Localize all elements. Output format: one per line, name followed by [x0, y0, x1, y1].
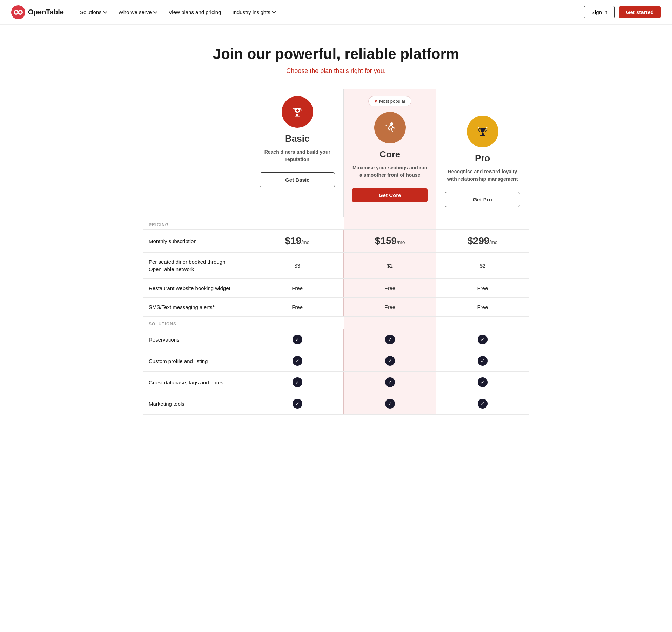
logo-icon — [11, 5, 25, 19]
section-header-row: SOLUTIONS — [143, 317, 529, 329]
nav-plans-pricing[interactable]: View plans and pricing — [164, 6, 226, 18]
core-plan-icon — [374, 112, 406, 143]
price-cell: $159/mo — [344, 230, 436, 253]
check-cell: ✓ — [251, 393, 344, 415]
value-cell: Free — [344, 298, 436, 317]
pro-plan-header: Pro Recognise and reward loyalty with re… — [436, 89, 529, 218]
core-plan-header: ♥ Most popular — [344, 89, 436, 218]
svg-point-14 — [390, 122, 393, 125]
nav-solutions[interactable]: Solutions — [75, 6, 112, 18]
check-icon: ✓ — [478, 377, 488, 387]
row-label: SMS/Text messaging alerts* — [143, 298, 251, 317]
check-cell: ✓ — [344, 350, 436, 372]
label-header-cell — [143, 89, 251, 218]
section-pro-cell — [436, 317, 529, 329]
pricing-tbody: PRICING Monthly subscription $19/mo $159… — [143, 217, 529, 415]
pro-spacer — [445, 96, 520, 110]
check-cell: ✓ — [436, 393, 529, 415]
check-cell: ✓ — [436, 350, 529, 372]
value-cell: Free — [251, 298, 344, 317]
check-icon: ✓ — [385, 399, 395, 409]
table-row: Custom profile and listing ✓ ✓ ✓ — [143, 350, 529, 372]
core-plan-name: Core — [352, 149, 428, 160]
check-icon: ✓ — [478, 335, 488, 344]
pro-icon-svg — [473, 122, 492, 141]
table-row: Guest database, tags and notes ✓ ✓ ✓ — [143, 372, 529, 393]
nav-industry-insights[interactable]: Industry insights — [227, 6, 281, 18]
check-cell: ✓ — [344, 329, 436, 350]
section-basic-cell — [251, 317, 344, 329]
check-icon: ✓ — [385, 377, 395, 387]
price-cell: $299/mo — [436, 230, 529, 253]
section-core-cell — [344, 317, 436, 329]
get-basic-button[interactable]: Get Basic — [260, 172, 335, 187]
hero-title: Join our powerful, reliable platform — [11, 46, 661, 62]
check-icon: ✓ — [385, 335, 395, 344]
value-cell: Free — [251, 279, 344, 298]
get-pro-button[interactable]: Get Pro — [445, 192, 520, 207]
pricing-section: Basic Reach diners and build your reputa… — [136, 89, 536, 436]
check-cell: ✓ — [344, 372, 436, 393]
section-label: SOLUTIONS — [143, 317, 251, 329]
chevron-down-icon — [103, 10, 107, 14]
basic-icon-svg — [288, 102, 307, 121]
value-cell: $2 — [344, 253, 436, 279]
section-header-row: PRICING — [143, 217, 529, 230]
svg-point-11 — [301, 110, 302, 111]
svg-point-22 — [486, 127, 487, 128]
most-popular-badge: ♥ Most popular — [368, 96, 411, 106]
table-row: SMS/Text messaging alerts* Free Free Fre… — [143, 298, 529, 317]
table-row: Marketing tools ✓ ✓ ✓ — [143, 393, 529, 415]
basic-plan-desc: Reach diners and build your reputation — [260, 148, 335, 165]
check-cell: ✓ — [251, 350, 344, 372]
section-core-cell — [344, 217, 436, 230]
basic-plan-name: Basic — [260, 133, 335, 144]
svg-point-23 — [486, 129, 487, 130]
pro-plan-desc: Recognise and reward loyalty with relati… — [445, 168, 520, 185]
price-cell: $19/mo — [251, 230, 344, 253]
row-label: Guest database, tags and notes — [143, 372, 251, 393]
row-label: Reservations — [143, 329, 251, 350]
logo-link[interactable]: OpenTable — [11, 5, 64, 19]
svg-point-17 — [387, 130, 387, 130]
section-pro-cell — [436, 217, 529, 230]
get-core-button[interactable]: Get Core — [352, 188, 428, 202]
check-icon: ✓ — [293, 377, 302, 387]
pro-plan-icon — [467, 116, 498, 147]
chevron-down-icon — [153, 10, 157, 14]
svg-point-3 — [15, 11, 18, 13]
check-cell: ✓ — [251, 329, 344, 350]
core-icon-svg — [381, 118, 399, 137]
table-row: Per seated diner booked through OpenTabl… — [143, 253, 529, 279]
check-icon: ✓ — [293, 335, 302, 344]
signin-button[interactable]: Sign in — [584, 6, 615, 18]
hero-subtitle: Choose the plan that's right for you. — [11, 67, 661, 75]
nav-who-we-serve[interactable]: Who we serve — [114, 6, 162, 18]
section-label: PRICING — [143, 217, 251, 230]
navbar: OpenTable Solutions Who we serve View pl… — [0, 0, 672, 25]
hero-section: Join our powerful, reliable platform Cho… — [0, 25, 672, 89]
pro-plan-name: Pro — [445, 153, 520, 164]
table-row: Reservations ✓ ✓ ✓ — [143, 329, 529, 350]
chevron-down-icon — [272, 10, 276, 14]
check-icon: ✓ — [385, 356, 395, 366]
check-cell: ✓ — [251, 372, 344, 393]
svg-point-15 — [385, 125, 387, 126]
getstarted-button[interactable]: Get started — [619, 6, 661, 18]
check-icon: ✓ — [478, 399, 488, 409]
svg-point-13 — [381, 118, 399, 137]
row-label: Restaurant website booking widget — [143, 279, 251, 298]
row-label: Custom profile and listing — [143, 350, 251, 372]
table-row: Restaurant website booking widget Free F… — [143, 279, 529, 298]
svg-point-4 — [19, 11, 22, 13]
row-label: Monthly subscription — [143, 230, 251, 253]
nav-links: Solutions Who we serve View plans and pr… — [75, 6, 584, 18]
check-cell: ✓ — [436, 329, 529, 350]
section-basic-cell — [251, 217, 344, 230]
value-cell: $3 — [251, 253, 344, 279]
plan-headers-row: Basic Reach diners and build your reputa… — [143, 89, 529, 218]
check-icon: ✓ — [293, 356, 302, 366]
basic-plan-icon — [282, 96, 313, 128]
value-cell: Free — [436, 298, 529, 317]
check-cell: ✓ — [436, 372, 529, 393]
